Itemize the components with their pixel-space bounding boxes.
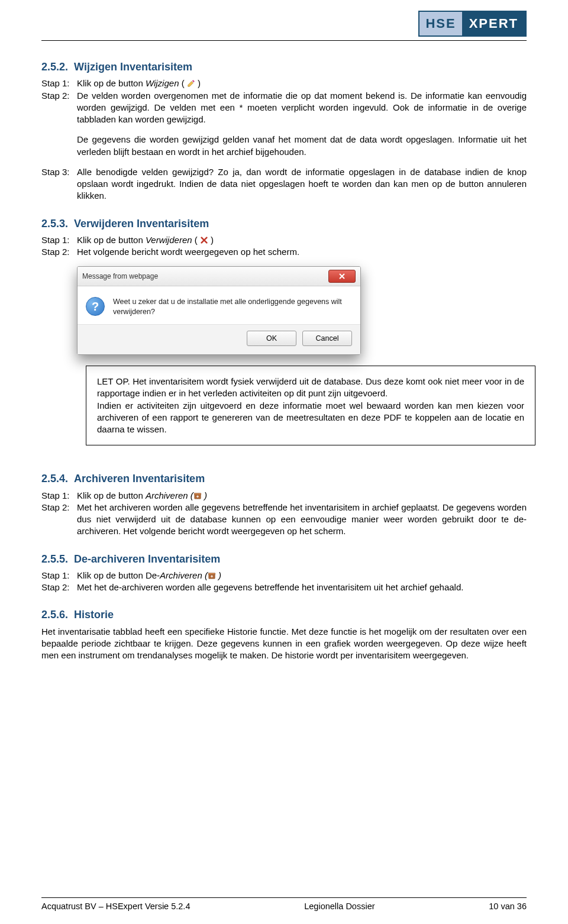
dialog-titlebar: Message from webpage <box>78 267 360 286</box>
heading-255: 2.5.5.De-archiveren Inventarisitem <box>41 552 527 566</box>
heading-253-title: Verwijderen Inventarisitem <box>74 218 209 230</box>
heading-256-num: 2.5.6. <box>41 609 68 621</box>
logo: HSE XPERT <box>418 11 527 37</box>
footer-rule <box>41 897 527 898</box>
note-box: LET OP. Het inventarisitem wordt fysiek … <box>86 366 535 445</box>
s252-step3-text: Alle benodigde velden gewijzigd? Zo ja, … <box>77 166 527 202</box>
s256-body: Het inventarisatie tabblad heeft een spe… <box>41 626 527 662</box>
s255-step2-label: Stap 2: <box>41 581 77 593</box>
s252-step2-text: De velden worden overgenomen met de info… <box>77 90 527 126</box>
note-text: LET OP. Het inventarisitem wordt fysiek … <box>97 376 524 434</box>
logo-header: HSE XPERT <box>41 0 527 37</box>
s252-step2-para2: De gegevens die worden gewijzigd gelden … <box>77 134 527 158</box>
s253-step1-a: Klik op de button <box>77 235 146 245</box>
s252-step1-italic: Wijzigen <box>146 78 179 88</box>
dialog-body-text: Weet u zeker dat u de installatie met al… <box>113 297 352 317</box>
question-icon: ? <box>86 297 106 317</box>
s252-step1-text: Klik op de button Wijzigen ( ) <box>77 77 527 89</box>
s252-step1-b: ( <box>179 78 186 88</box>
s255-step2-text: Met het de-archiveren worden alle gegeve… <box>77 581 527 593</box>
heading-256-title: Historie <box>74 609 114 621</box>
s255-step1-italic: Archiveren ( <box>160 570 208 580</box>
heading-255-title: De-archiveren Inventarisitem <box>74 553 220 565</box>
s253-step1-c: ) <box>208 235 214 245</box>
s253-step1-text: Klik op de button Verwijderen ( ) <box>77 234 527 246</box>
s254-step1-text: Klik op de button Archiveren ( ) <box>77 490 527 502</box>
s254-step1-label: Stap 1: <box>41 490 77 502</box>
pencil-icon <box>187 79 195 88</box>
s253-step2-label: Stap 2: <box>41 246 77 258</box>
s255-step1-label: Stap 1: <box>41 570 77 581</box>
s253-step1-italic: Verwijderen <box>146 235 192 245</box>
dialog-ok-button[interactable]: OK <box>247 331 296 346</box>
s254-step2-label: Stap 2: <box>41 502 77 538</box>
dialog-close-button[interactable] <box>328 270 356 283</box>
s254-step1-a: Klik op de button <box>77 490 146 500</box>
s255-step1-text: Klik op de button De-Archiveren ( ) <box>77 570 527 581</box>
heading-256: 2.5.6.Historie <box>41 608 527 622</box>
s252-step1-label: Stap 1: <box>41 77 77 89</box>
s255-step1-c: ) <box>216 570 221 580</box>
heading-254: 2.5.4.Archiveren Inventarisitem <box>41 471 527 486</box>
s254-step1-c: ) <box>202 490 207 500</box>
confirm-dialog: Message from webpage ? Weet u zeker dat … <box>77 266 361 355</box>
heading-253-num: 2.5.3. <box>41 218 68 230</box>
heading-255-num: 2.5.5. <box>41 553 68 565</box>
s253-step1-label: Stap 1: <box>41 234 77 246</box>
logo-right: XPERT <box>462 12 525 35</box>
s253-step1-b: ( <box>192 235 200 245</box>
svg-rect-7 <box>208 573 215 575</box>
s252-step2-label: Stap 2: <box>41 90 77 126</box>
footer-left: Acquatrust BV – HSExpert Versie 5.2.4 <box>41 902 190 911</box>
logo-left: HSE <box>419 12 462 35</box>
s253-step2-text: Het volgende bericht wordt weergegeven o… <box>77 246 527 258</box>
footer-center: Legionella Dossier <box>304 902 375 911</box>
s252-step3-label: Stap 3: <box>41 166 77 202</box>
delete-icon <box>200 236 208 244</box>
svg-rect-5 <box>194 493 201 495</box>
unarchive-icon <box>208 571 216 580</box>
heading-254-title: Archiveren Inventarisitem <box>74 473 205 484</box>
s254-step2-text: Met het archiveren worden alle gegevens … <box>77 502 527 538</box>
dialog-title-text: Message from webpage <box>82 272 158 281</box>
dialog-cancel-button[interactable]: Cancel <box>302 331 352 346</box>
heading-254-num: 2.5.4. <box>41 473 68 484</box>
s252-step1-a: Klik op de button <box>77 78 146 88</box>
s255-step1-a: Klik op de button De- <box>77 570 160 580</box>
heading-252-num: 2.5.2. <box>41 61 68 73</box>
s252-step1-c: ) <box>195 78 201 88</box>
s254-step1-italic: Archiveren ( <box>146 490 193 500</box>
archive-icon <box>193 492 202 500</box>
heading-252-title: Wijzigen Inventarisitem <box>74 61 192 73</box>
close-icon <box>338 273 346 280</box>
heading-252: 2.5.2.Wijzigen Inventarisitem <box>41 60 527 74</box>
heading-253: 2.5.3.Verwijderen Inventarisitem <box>41 217 527 231</box>
footer-right: 10 van 36 <box>489 902 527 911</box>
